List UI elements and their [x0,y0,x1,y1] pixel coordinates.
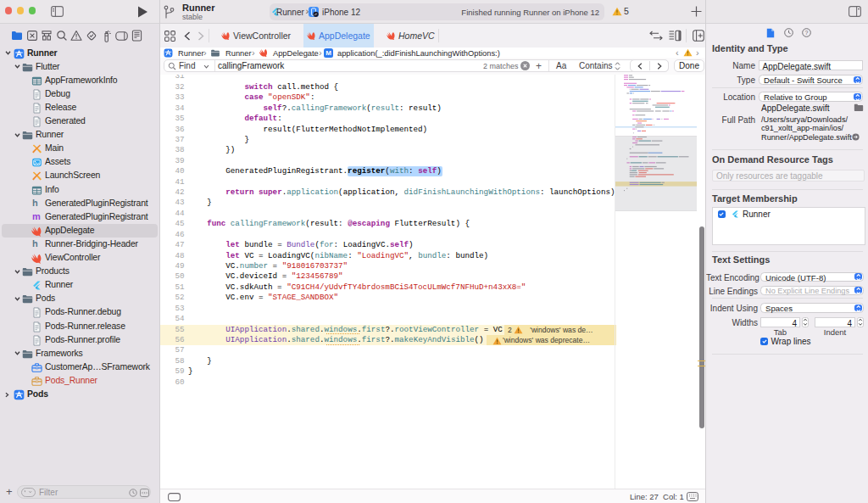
svg-text:?: ? [805,30,809,36]
